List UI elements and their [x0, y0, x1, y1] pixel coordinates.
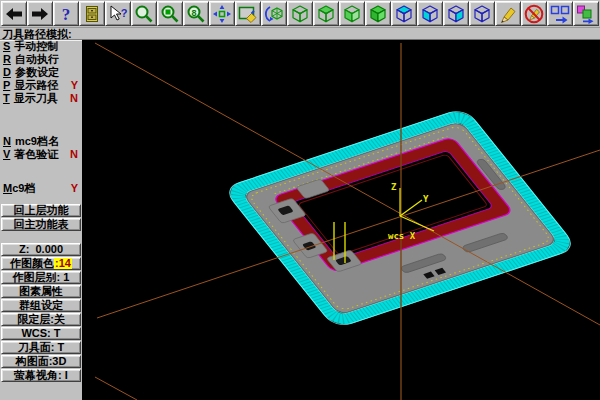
status-button-3d[interactable]: 构图面:3D [1, 355, 81, 368]
pencil-icon [497, 4, 519, 24]
cube-green-wireframe-icon [289, 4, 311, 24]
graphics-viewport[interactable]: Z Y wcs X [82, 40, 600, 400]
shortcut-key: D [3, 66, 11, 79]
draw-button[interactable] [495, 1, 521, 26]
menu-item-value: N [70, 148, 78, 161]
cube-rotate-arrow-icon [263, 4, 285, 24]
y-axis-label: Y [423, 194, 429, 204]
menu-nav-buttons: 回上层功能回主功能表 [0, 204, 82, 231]
menu-items: S手动控制R自动执行D参数设定P显示路径YT显示刀具NNmc9档名V著色验证NM… [0, 40, 82, 195]
question-mark-icon: ? [55, 4, 77, 24]
dynamic-rotate-button[interactable] [261, 1, 287, 26]
status-label: WCS: T [21, 328, 60, 339]
cplane-3d-button[interactable] [469, 1, 495, 26]
menu-item-P[interactable]: P显示路径Y [0, 79, 82, 92]
status-button-[interactable]: 作图颜色:14 [1, 257, 81, 270]
shortcut-key: R [3, 53, 11, 66]
screen-combine-button[interactable] [573, 1, 599, 26]
status-button-i[interactable]: 萤幕视角: I [1, 369, 81, 382]
shortcut-key: P [3, 79, 10, 92]
shortcut-key: N [3, 135, 11, 148]
status-label: 群组设定 [19, 300, 63, 311]
status-label: 作图颜色 [10, 258, 54, 269]
menu-item-value: Y [71, 182, 78, 195]
analyze-button[interactable]: ? [105, 1, 131, 26]
repaint-button[interactable] [235, 1, 261, 26]
zoom-window-button[interactable] [131, 1, 157, 26]
color-swatch: :14 [54, 258, 72, 269]
cube-green-solid-icon [367, 4, 389, 24]
status-label: 限定层:关 [17, 314, 65, 325]
gview-side-button[interactable] [365, 1, 391, 26]
screen-next-button[interactable] [547, 1, 573, 26]
cube-blue-top-face-icon [393, 4, 415, 24]
svg-text:?: ? [121, 7, 128, 19]
menu-item-D[interactable]: D参数设定 [0, 66, 82, 79]
model-3d[interactable] [223, 108, 578, 329]
viewport-top-strip [82, 28, 600, 40]
magnifier-8-icon: 8 [185, 4, 207, 24]
menu-item-label: mc9档名 [15, 135, 59, 148]
status-button-[interactable]: 限定层:关 [1, 313, 81, 326]
gview-isometric-button[interactable] [287, 1, 313, 26]
menu-item-label: 参数设定 [15, 66, 59, 79]
file-manager-button[interactable] [79, 1, 105, 26]
colored-squares-arrow-icon [575, 4, 597, 24]
status-button-[interactable]: 图素属性 [1, 285, 81, 298]
cplane-side-button[interactable] [443, 1, 469, 26]
gview-top-button[interactable] [313, 1, 339, 26]
menu-item-V[interactable]: V著色验证N [0, 148, 82, 161]
status-button-wcst[interactable]: WCS: T [1, 327, 81, 340]
status-panel: Z: 0.000作图颜色:14作图层别: 1图素属性群组设定限定层:关WCS: … [0, 243, 82, 382]
x-axis-label: wcs X [388, 231, 416, 241]
zoom-out-08-button[interactable]: 8 [183, 1, 209, 26]
cube-green-top-face-icon [315, 4, 337, 24]
menu-item-label: 手动控制 [14, 40, 58, 53]
status-button-t[interactable]: 刀具面: T [1, 341, 81, 354]
screen-brush-icon [237, 4, 259, 24]
arrow-left-icon [3, 4, 25, 24]
blank-screen-button[interactable] [521, 1, 547, 26]
svg-text:?: ? [62, 5, 71, 24]
back-menu-button[interactable]: 回上层功能 [1, 204, 81, 217]
cube-green-front-face-icon [341, 4, 363, 24]
viewport-canvas: Z Y wcs X [82, 40, 600, 400]
menu-item-N[interactable]: Nmc9档名 [0, 135, 82, 148]
menu-item-value: N [70, 92, 78, 105]
cplane-top-button[interactable] [391, 1, 417, 26]
forward-button[interactable] [27, 1, 53, 26]
menu-item-R[interactable]: R自动执行 [0, 53, 82, 66]
status-button-1[interactable]: 作图层别: 1 [1, 271, 81, 284]
fit-screen-button[interactable] [209, 1, 235, 26]
cube-blue-wireframe-icon [471, 4, 493, 24]
magnifier-icon [133, 4, 155, 24]
cplane-front-button[interactable] [417, 1, 443, 26]
shortcut-key: M [3, 182, 12, 195]
help-button[interactable]: ? [53, 1, 79, 26]
shortcut-key: S [3, 40, 10, 53]
menu-item-label: 显示路径 [14, 79, 58, 92]
back-button[interactable] [1, 1, 27, 26]
menu-item-M[interactable]: Mc9档Y [0, 182, 82, 195]
menu-item-value: Y [71, 79, 78, 92]
main-menu-button[interactable]: 回主功能表 [1, 218, 81, 231]
status-label: 图素属性 [19, 286, 63, 297]
menu-item-T[interactable]: T显示刀具N [0, 92, 82, 105]
cube-blue-front-face-icon [419, 4, 441, 24]
arrow-right-icon [29, 4, 51, 24]
status-label: 作图层别: 1 [13, 272, 70, 283]
cursor-question-icon: ? [107, 4, 129, 24]
zoom-target-button[interactable] [157, 1, 183, 26]
pencil-prohibited-icon [523, 4, 545, 24]
menu-item-label: 著色验证 [14, 148, 58, 161]
menu-item-label: 显示刀具 [14, 92, 58, 105]
magnifier-square-icon [159, 4, 181, 24]
gview-front-button[interactable] [339, 1, 365, 26]
status-button-[interactable]: 群组设定 [1, 299, 81, 312]
menu-item-label: c9档 [12, 182, 35, 195]
status-button-z0000[interactable]: Z: 0.000 [1, 243, 81, 256]
squares-arrow-icon [549, 4, 571, 24]
menu-item-S[interactable]: S手动控制 [0, 40, 82, 53]
status-label: 刀具面: T [18, 342, 64, 353]
status-label: 萤幕视角: I [14, 370, 68, 381]
